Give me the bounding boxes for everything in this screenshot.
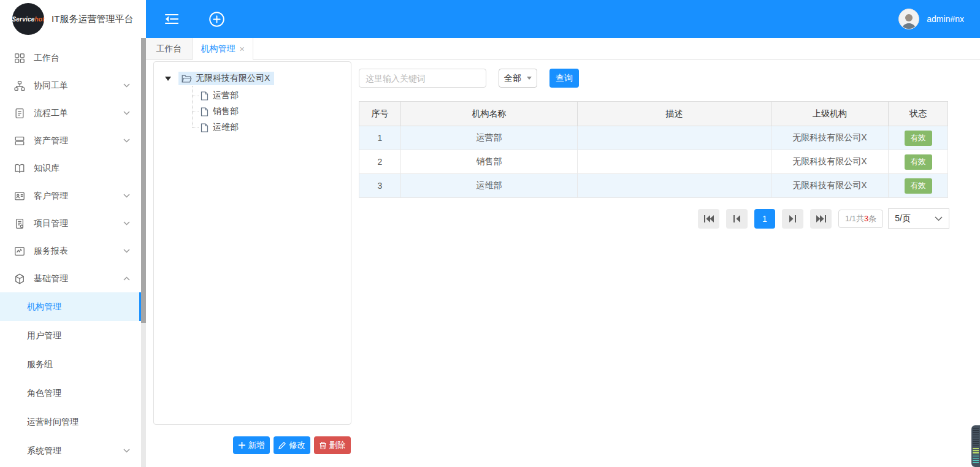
cell-desc xyxy=(578,150,771,174)
tree-node-sales[interactable]: 销售部 xyxy=(192,104,345,120)
keyword-search-input[interactable] xyxy=(359,69,486,88)
widget-stripes-green xyxy=(973,448,979,454)
cell-desc xyxy=(578,126,771,150)
close-icon[interactable]: × xyxy=(239,44,244,54)
sidebar-item-label: 知识库 xyxy=(34,163,59,174)
sidebar-item-label: 服务组 xyxy=(27,359,53,370)
user-avatar[interactable] xyxy=(898,9,919,29)
main-content: 无限科技有限公司X 运营部 销售部 运维部 全部 查询 xyxy=(146,60,980,467)
filter-dropdown[interactable]: 全部 xyxy=(499,69,537,88)
logo-text-service: Service xyxy=(12,16,34,23)
cell-no: 2 xyxy=(359,150,401,174)
prev-page-button[interactable] xyxy=(726,209,748,229)
sidebar-item-optime-mgmt[interactable]: 运营时间管理 xyxy=(0,408,141,436)
sidebar-item-collab-orders[interactable]: 协同工单 xyxy=(0,72,141,99)
table-header-row: 序号 机构名称 描述 上级机构 状态 xyxy=(359,102,948,126)
tab-bar: 工作台 机构管理 × xyxy=(146,38,980,60)
status-badge[interactable]: 有效 xyxy=(905,131,932,146)
tree-root-row: 无限科技有限公司X xyxy=(160,70,345,86)
page-size-select[interactable]: 5/页 xyxy=(888,208,949,229)
sidebar-item-label: 系统管理 xyxy=(27,446,61,457)
sidebar-item-label: 角色管理 xyxy=(27,388,61,399)
status-badge[interactable]: 有效 xyxy=(905,154,932,170)
cell-parent: 无限科技有限公司X xyxy=(771,174,889,198)
sidebar-item-user-mgmt[interactable]: 用户管理 xyxy=(0,321,141,350)
menu-fold-icon[interactable] xyxy=(164,13,179,25)
sidebar-item-label: 流程工单 xyxy=(34,108,68,119)
logo-text-hot: hot xyxy=(34,16,44,23)
status-badge[interactable]: 有效 xyxy=(905,178,932,194)
tree-children: 运营部 销售部 运维部 xyxy=(192,88,345,135)
username[interactable]: admin#nx xyxy=(927,14,964,24)
delete-button[interactable]: 删除 xyxy=(314,436,351,454)
chevron-down-icon xyxy=(123,221,130,226)
tree-root-node[interactable]: 无限科技有限公司X xyxy=(178,72,274,85)
sidebar-item-role-mgmt[interactable]: 角色管理 xyxy=(0,379,141,408)
tab-label: 工作台 xyxy=(156,44,182,55)
page-size-value: 5/页 xyxy=(895,213,911,224)
sidebar-item-label: 客户管理 xyxy=(34,191,68,202)
first-page-button[interactable] xyxy=(698,209,719,229)
cell-no: 1 xyxy=(359,126,401,150)
sidebar-item-service-reports[interactable]: 服务报表 xyxy=(0,237,141,265)
tree-node-operations[interactable]: 运营部 xyxy=(192,88,345,104)
sidebar-item-workbench[interactable]: 工作台 xyxy=(0,44,141,72)
col-header-parent: 上级机构 xyxy=(771,102,889,126)
sidebar-item-basic-mgmt[interactable]: 基础管理 xyxy=(0,265,141,292)
caret-down-icon[interactable] xyxy=(165,77,171,81)
page-number-button[interactable]: 1 xyxy=(754,209,775,229)
tree-node-label: 运营部 xyxy=(213,90,239,101)
file-icon xyxy=(201,91,209,101)
last-page-button[interactable] xyxy=(810,209,832,229)
last-page-icon xyxy=(816,215,826,222)
chevron-down-icon xyxy=(123,249,130,253)
chevron-down-icon xyxy=(123,111,130,115)
tree-action-buttons: 新增 修改 删除 xyxy=(233,436,351,454)
tab-org-mgmt[interactable]: 机构管理 × xyxy=(193,38,253,60)
next-page-icon xyxy=(789,215,796,222)
sidebar-item-label: 工作台 xyxy=(34,53,59,64)
sidebar-item-label: 协同工单 xyxy=(34,80,68,91)
chevron-down-icon xyxy=(935,216,943,221)
tree-node-maintenance[interactable]: 运维部 xyxy=(192,120,345,135)
id-card-icon xyxy=(13,190,25,202)
tree-node-label: 运维部 xyxy=(213,122,239,133)
sidebar-item-asset-mgmt[interactable]: 资产管理 xyxy=(0,127,141,154)
app-title: IT服务运营管理平台 xyxy=(52,13,133,25)
cell-name: 销售部 xyxy=(401,150,578,174)
sidebar-item-service-group[interactable]: 服务组 xyxy=(0,350,141,379)
sidebar-item-process-orders[interactable]: 流程工单 xyxy=(0,99,141,127)
server-icon xyxy=(13,135,25,146)
cluster-icon xyxy=(13,80,25,91)
scrollbar-thumb[interactable] xyxy=(141,38,146,323)
sidebar-item-project-mgmt[interactable]: 项目管理 xyxy=(0,210,141,237)
query-button[interactable]: 查询 xyxy=(549,69,579,88)
floating-widget[interactable] xyxy=(971,425,980,467)
sidebar-menu: 工作台 协同工单 流程工单 资产管理 xyxy=(0,38,141,465)
widget-stripes-dark xyxy=(973,428,979,447)
col-header-name: 机构名称 xyxy=(401,102,578,126)
page-info-suffix: 条 xyxy=(868,213,876,224)
plus-circle-icon[interactable] xyxy=(209,11,225,28)
org-table: 序号 机构名称 描述 上级机构 状态 1 运营部 无限科技有限公司X 有效 2 … xyxy=(359,101,948,198)
sidebar-item-knowledge-base[interactable]: 知识库 xyxy=(0,154,141,182)
sidebar-scrollbar[interactable] xyxy=(141,38,146,467)
edit-button[interactable]: 修改 xyxy=(274,436,310,454)
table-row[interactable]: 3 运维部 无限科技有限公司X 有效 xyxy=(359,174,948,198)
add-button[interactable]: 新增 xyxy=(233,436,270,454)
pencil-icon xyxy=(278,442,286,449)
table-row[interactable]: 1 运营部 无限科技有限公司X 有效 xyxy=(359,126,948,150)
sidebar: Servicehot IT服务运营管理平台 工作台 协同工单 流程工单 xyxy=(0,0,141,467)
sidebar-item-customer-mgmt[interactable]: 客户管理 xyxy=(0,182,141,210)
cell-name: 运维部 xyxy=(401,174,578,198)
sidebar-item-system-mgmt[interactable]: 系统管理 xyxy=(0,436,141,465)
next-page-button[interactable] xyxy=(782,209,803,229)
sidebar-item-label: 机构管理 xyxy=(27,302,61,313)
col-header-status: 状态 xyxy=(889,102,948,126)
table-row[interactable]: 2 销售部 无限科技有限公司X 有效 xyxy=(359,150,948,174)
add-button-label: 新增 xyxy=(248,440,265,451)
sidebar-item-org-mgmt[interactable]: 机构管理 xyxy=(0,292,141,321)
tab-workbench[interactable]: 工作台 xyxy=(146,38,193,59)
col-header-no: 序号 xyxy=(359,102,401,126)
document-lines-icon xyxy=(13,107,25,119)
